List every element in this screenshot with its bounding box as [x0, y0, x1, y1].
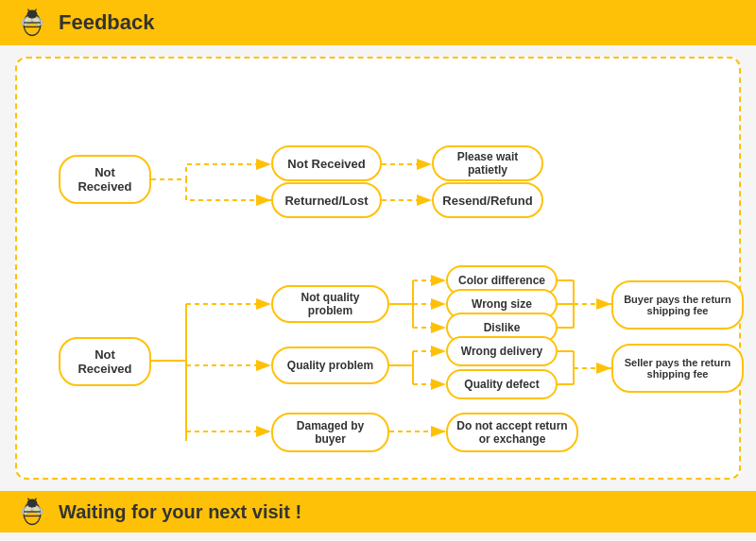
node-quality-problem: Quality problem: [271, 347, 389, 384]
bee-icon: [15, 6, 49, 40]
node-not-received-top: Not Received: [59, 155, 151, 204]
header-title: Feedback: [59, 10, 155, 35]
svg-line-14: [35, 499, 37, 501]
node-returned-lost: Returned/Lost: [271, 182, 382, 218]
svg-line-4: [28, 9, 30, 12]
node-not-quality-problem: Not quality problem: [271, 285, 389, 323]
node-please-wait: Please wait patietly: [432, 145, 543, 181]
node-damaged-by-buyer: Damaged by buyer: [271, 413, 389, 452]
flowchart: Not Received Not Received Returned/Lost …: [40, 77, 716, 459]
footer-title: Waiting for your next visit !: [59, 501, 301, 523]
footer-bar: Waiting for your next visit !: [0, 491, 756, 533]
svg-line-13: [28, 499, 30, 501]
node-quality-defect: Quality defect: [446, 369, 558, 399]
node-seller-pays: Seller pays the return shipping fee: [611, 344, 744, 393]
footer-bee-icon: [15, 495, 49, 529]
svg-line-5: [35, 9, 37, 12]
node-not-received-right: Not Received: [271, 145, 382, 181]
arrows-svg: [40, 77, 716, 459]
node-do-not-accept: Do not accept return or exchange: [446, 413, 578, 452]
node-buyer-pays: Buyer pays the return shipping fee: [611, 280, 744, 330]
node-wrong-delivery: Wrong delivery: [446, 336, 558, 366]
node-not-received-bottom: Not Received: [59, 337, 151, 386]
node-resend-refund: Resend/Refund: [432, 182, 543, 218]
main-content: Not Received Not Received Returned/Lost …: [15, 57, 741, 480]
header-bar: Feedback: [0, 0, 756, 45]
